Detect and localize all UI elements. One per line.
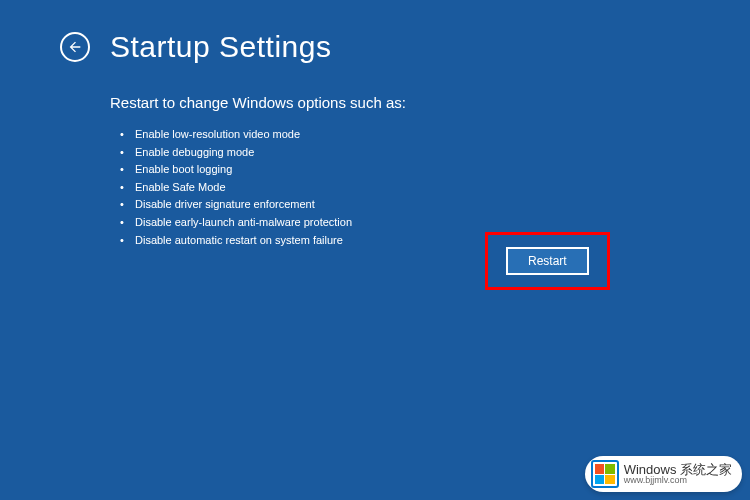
restart-container: Restart [485, 232, 610, 290]
options-list: Enable low-resolution video mode Enable … [110, 126, 750, 249]
list-item: Enable debugging mode [125, 144, 750, 162]
back-arrow-icon [67, 39, 83, 55]
header: Startup Settings [0, 0, 750, 64]
list-item: Enable boot logging [125, 161, 750, 179]
list-item: Disable automatic restart on system fail… [125, 232, 750, 250]
subtitle-text: Restart to change Windows options such a… [110, 94, 750, 111]
restart-button[interactable]: Restart [506, 247, 589, 275]
list-item: Enable Safe Mode [125, 179, 750, 197]
back-button[interactable] [60, 32, 90, 62]
list-item: Disable driver signature enforcement [125, 196, 750, 214]
list-item: Enable low-resolution video mode [125, 126, 750, 144]
content-area: Restart to change Windows options such a… [0, 64, 750, 249]
watermark-text: Windows 系统之家 www.bjjmlv.com [624, 463, 732, 485]
page-title: Startup Settings [110, 30, 331, 64]
list-item: Disable early-launch anti-malware protec… [125, 214, 750, 232]
highlight-annotation: Restart [485, 232, 610, 290]
windows-logo-icon [591, 460, 619, 488]
watermark-url: www.bjjmlv.com [624, 476, 732, 485]
watermark: Windows 系统之家 www.bjjmlv.com [585, 456, 742, 492]
